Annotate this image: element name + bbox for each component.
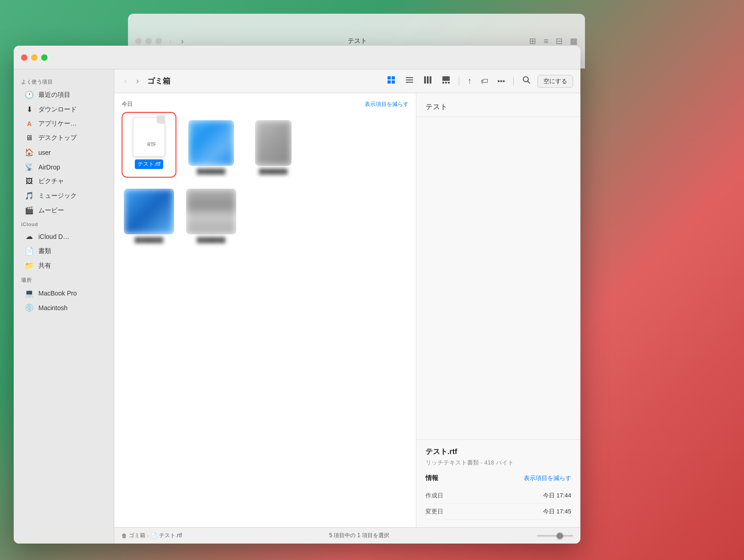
sidebar-item-shared[interactable]: 📁 共有	[17, 259, 110, 273]
blur-name-5: ████████	[197, 237, 225, 243]
blur-name-2: ████████	[197, 169, 225, 174]
svg-rect-10	[442, 76, 450, 81]
downloads-icon: ⬇	[25, 105, 34, 114]
status-breadcrumb: 🗑 ゴミ箱 › 📄 テスト.rtf	[122, 532, 182, 539]
sidebar-label-desktop: デスクトップ	[38, 134, 77, 142]
sidebar-locations-header: 場所	[14, 273, 114, 285]
sidebar: よく使う項目 🕐 最近の項目 ⬇ ダウンロード A アプリケー… 🖥 デスクトッ…	[14, 69, 114, 544]
macintosh-icon: 💿	[25, 303, 34, 312]
svg-rect-2	[388, 80, 391, 84]
nav-forward-button[interactable]: ›	[133, 74, 142, 88]
sidebar-item-downloads[interactable]: ⬇ ダウンロード	[17, 102, 110, 116]
sidebar-item-recents[interactable]: 🕐 最近の項目	[17, 88, 110, 102]
status-bar: 🗑 ゴミ箱 › 📄 テスト.rtf 5 項目中の 1 項目を選択	[114, 527, 580, 544]
empty-trash-button[interactable]: 空にする	[537, 75, 573, 88]
main-content: ‹ › ゴミ箱	[114, 69, 580, 544]
maximize-button[interactable]	[41, 54, 48, 61]
search-button[interactable]	[519, 74, 534, 89]
bg-nav-forward[interactable]: ›	[179, 36, 186, 47]
view-grid-button[interactable]	[384, 74, 399, 89]
sidebar-item-macintosh[interactable]: 💿 Macintosh	[17, 301, 110, 315]
created-value: 今日 17:44	[543, 491, 571, 500]
recents-icon: 🕐	[25, 90, 34, 99]
desktop-icon: 🖥	[25, 134, 34, 142]
blur-name-4: ████████	[135, 237, 163, 243]
minimize-button[interactable]	[31, 54, 37, 61]
modified-value: 今日 17:45	[543, 507, 571, 516]
sidebar-item-airdrop[interactable]: 📡 AirDrop	[17, 160, 110, 174]
bg-nav-back[interactable]: ‹	[167, 36, 174, 47]
sidebar-item-desktop[interactable]: 🖥 デスクトップ	[17, 131, 110, 145]
user-icon: 🏠	[25, 148, 34, 157]
sidebar-label-downloads: ダウンロード	[38, 106, 77, 114]
sidebar-item-applications[interactable]: A アプリケー…	[17, 117, 110, 131]
sidebar-label-applications: アプリケー…	[38, 120, 77, 128]
airdrop-icon: 📡	[25, 163, 34, 171]
sidebar-item-movies[interactable]: 🎬 ムービー	[17, 203, 110, 217]
svg-rect-6	[406, 82, 413, 83]
show-less-preview-link[interactable]: 表示項目を減らす	[524, 474, 571, 482]
sidebar-favorites-header: よく使う項目	[14, 75, 114, 87]
sidebar-item-macbook-pro[interactable]: 💻 MacBook Pro	[17, 286, 110, 300]
breadcrumb-separator: ›	[147, 533, 149, 539]
icloud-drive-icon: ☁	[25, 232, 34, 241]
content-toolbar: ‹ › ゴミ箱	[114, 69, 580, 93]
svg-rect-4	[406, 77, 413, 78]
preview-info-section: 情報 表示項目を減らす	[425, 474, 571, 482]
rtf-file-icon: RTF	[131, 116, 167, 157]
nav-back-button[interactable]: ‹	[122, 74, 130, 88]
more-button[interactable]: •••	[494, 75, 508, 87]
preview-empty-space	[416, 117, 580, 439]
file-item-5[interactable]: ████████	[184, 185, 239, 246]
finder-window: よく使う項目 🕐 最近の項目 ⬇ ダウンロード A アプリケー… 🖥 デスクトッ…	[14, 46, 580, 544]
bg-list-icon[interactable]: ≡	[543, 37, 548, 46]
svg-line-15	[528, 81, 530, 84]
modified-label: 変更日	[425, 507, 443, 516]
sidebar-label-pictures: ピクチャ	[38, 177, 64, 185]
svg-rect-11	[442, 82, 444, 84]
blur-name-3: ████████	[259, 169, 287, 174]
svg-rect-13	[448, 82, 450, 84]
file-name-rtf: テスト.rtf	[135, 159, 163, 169]
today-label: 今日	[122, 101, 133, 107]
doc-fold	[157, 116, 165, 124]
view-list-button[interactable]	[402, 74, 417, 89]
list-icon	[405, 75, 414, 85]
close-button[interactable]	[21, 54, 27, 61]
trash-icon: 🗑	[122, 533, 127, 539]
sidebar-item-icloud-drive[interactable]: ☁ iCloud D…	[17, 229, 110, 243]
file-item-3[interactable]: ████████	[246, 116, 301, 178]
file-item-4[interactable]: ████████	[122, 185, 176, 246]
sidebar-icloud-header: iCloud	[14, 218, 114, 229]
share-button[interactable]: ↑	[465, 74, 474, 88]
zoom-slider[interactable]	[537, 535, 573, 537]
pictures-icon: 🖼	[25, 177, 34, 185]
blur-icon-2	[188, 120, 234, 166]
blur-blue-2	[188, 120, 234, 166]
modified-date-row: 変更日 今日 17:45	[425, 504, 571, 520]
view-column-button[interactable]	[420, 74, 435, 89]
file-item-rtf[interactable]: RTF テスト.rtf	[122, 112, 176, 178]
breadcrumb-folder: ゴミ箱	[129, 532, 145, 539]
sidebar-label-macbook-pro: MacBook Pro	[38, 290, 77, 297]
file-item-2[interactable]: ████████	[184, 116, 239, 178]
bg-grid-icon[interactable]: ⊞	[529, 36, 536, 46]
bg-gallery-icon[interactable]: ▦	[570, 36, 578, 46]
bg-column-icon[interactable]: ⊟	[556, 36, 563, 46]
sidebar-item-pictures[interactable]: 🖼 ピクチャ	[17, 174, 110, 188]
show-less-link[interactable]: 表示項目を減らす	[365, 100, 409, 108]
sidebar-label-user: user	[38, 149, 51, 156]
macbook-icon: 💻	[25, 289, 34, 297]
shared-icon: 📁	[25, 261, 34, 270]
blur-inner-5	[186, 189, 236, 234]
preview-file-info: テスト.rtf リッチテキスト書類 - 418 バイト 情報 表示項目を減らす …	[416, 439, 580, 527]
today-section-label: 今日 表示項目を減らす	[122, 100, 409, 108]
sidebar-item-music[interactable]: 🎵 ミュージック	[17, 189, 110, 203]
blur-icon-4	[124, 189, 174, 234]
gallery-icon	[441, 75, 451, 85]
tag-button[interactable]: 🏷	[478, 75, 491, 87]
view-gallery-button[interactable]	[439, 74, 453, 89]
sidebar-item-user[interactable]: 🏠 user	[17, 145, 110, 159]
sidebar-item-documents[interactable]: 📄 書類	[17, 244, 110, 258]
rtf-icon: 📄	[151, 533, 157, 539]
